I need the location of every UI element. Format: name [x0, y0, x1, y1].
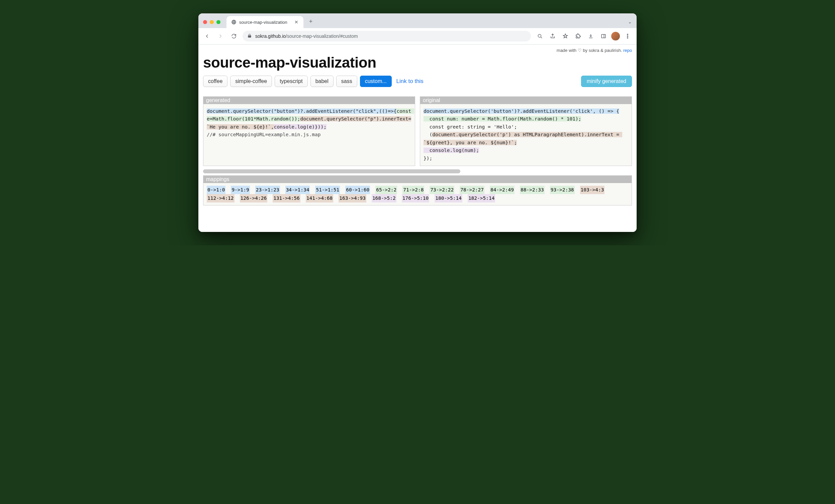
window-minimize-button[interactable] — [210, 20, 214, 24]
extensions-icon[interactable] — [573, 32, 583, 41]
mapping-entry[interactable]: 176->5:10 — [402, 194, 430, 202]
mapping-entry[interactable]: 65->2:2 — [375, 186, 397, 194]
mapping-entry[interactable]: 168->5:2 — [372, 194, 396, 202]
nav-btn-coffee[interactable]: coffee — [203, 76, 227, 87]
svg-point-0 — [538, 34, 541, 37]
nav-btn-simple-coffee[interactable]: simple-coffee — [230, 76, 272, 87]
reload-button[interactable] — [229, 32, 239, 41]
code-segment[interactable]: document. — [432, 132, 459, 137]
tab-close-icon[interactable]: ✕ — [294, 20, 299, 24]
browser-tab[interactable]: source-map-visualization ✕ — [226, 16, 303, 28]
mapping-entry[interactable]: 141->4:68 — [306, 194, 333, 202]
code-segment[interactable]: `He you are no. ${ — [207, 124, 259, 129]
code-segment[interactable]: const greet: string = 'Hello'; — [424, 124, 517, 129]
mapping-entry[interactable]: 88->2:33 — [520, 186, 545, 194]
mapping-entry[interactable]: 93->2:38 — [550, 186, 575, 194]
download-icon[interactable] — [586, 32, 596, 41]
code-segment[interactable]: `${greet}, you are no. ${ — [424, 140, 496, 145]
profile-avatar[interactable] — [611, 32, 620, 40]
nav-btn-custom-[interactable]: custom... — [360, 76, 392, 87]
mapping-entry[interactable]: 78->2:27 — [460, 186, 484, 194]
window-close-button[interactable] — [203, 20, 207, 24]
mapping-entry[interactable]: 51->1:51 — [315, 186, 340, 194]
code-segment[interactable]: floor( — [227, 116, 245, 121]
code-segment[interactable]: addEventListener('click', — [523, 108, 599, 114]
code-segment[interactable]: }); — [424, 156, 432, 161]
code-segment[interactable]: random() * — [535, 116, 567, 121]
code-segment[interactable]: () => { — [599, 108, 619, 114]
search-icon[interactable] — [535, 32, 545, 41]
back-button[interactable] — [202, 32, 212, 41]
code-segment[interactable]: innerText= — [382, 116, 411, 121]
code-segment[interactable]: Math. — [520, 116, 535, 121]
code-segment[interactable]: document. — [424, 108, 450, 114]
mapping-entry[interactable]: 34->1:34 — [285, 186, 310, 194]
code-segment[interactable]: console. — [424, 147, 453, 153]
window-maximize-button[interactable] — [217, 20, 221, 24]
star-icon[interactable] — [561, 32, 570, 41]
code-segment[interactable]: Math. — [256, 116, 271, 121]
share-icon[interactable] — [548, 32, 558, 41]
nav-btn-babel[interactable]: babel — [310, 76, 333, 87]
code-segment[interactable]: random()); — [271, 116, 300, 121]
code-segment[interactable]: innerText = — [587, 132, 622, 137]
mapping-entry[interactable]: 60->1:60 — [345, 186, 370, 194]
mapping-entry[interactable]: 182->5:14 — [468, 194, 495, 202]
mapping-entry[interactable]: 23->1:23 — [255, 186, 280, 194]
code-segment[interactable]: log( — [298, 124, 309, 129]
code-segment[interactable]: 101* — [245, 116, 257, 121]
mapping-entry[interactable]: 0->1:0 — [207, 186, 225, 194]
code-segment[interactable]: Math. — [488, 116, 503, 121]
nav-btn-typescript[interactable]: typescript — [274, 76, 307, 87]
mapping-entry[interactable]: 71->2:8 — [403, 186, 424, 194]
minify-button[interactable]: minify generated — [581, 76, 632, 87]
code-segment[interactable]: querySelector('p') as HTMLParagraphEleme… — [459, 132, 587, 137]
code-segment[interactable]: Math. — [212, 116, 227, 121]
code-segment[interactable]: console. — [274, 124, 298, 129]
nav-buttons: coffeesimple-coffeetypescriptbabelsasscu… — [203, 76, 632, 87]
code-segment[interactable]: 101); — [567, 116, 582, 121]
code-segment[interactable]: ( — [424, 132, 432, 137]
code-segment[interactable]: = — [482, 116, 488, 121]
mapping-entry[interactable]: 73->2:22 — [430, 186, 454, 194]
code-segment[interactable]: querySelector("button")?. — [233, 108, 306, 114]
code-segment[interactable]: e)})); — [309, 124, 326, 129]
mapping-entry[interactable]: 180->5:14 — [434, 194, 462, 202]
generated-code[interactable]: document.querySelector("button")?.addEve… — [203, 104, 415, 142]
code-segment[interactable]: e}!`, — [259, 124, 274, 129]
code-segment[interactable]: (()=>{ — [379, 108, 396, 114]
url-domain: sokra.github.io — [255, 34, 286, 39]
new-tab-button[interactable]: + — [306, 17, 315, 26]
menu-icon[interactable] — [623, 32, 633, 41]
code-segment[interactable]: document. — [207, 108, 233, 114]
code-segment[interactable]: num}!`; — [496, 140, 517, 145]
chevron-down-icon[interactable]: ⌄ — [628, 19, 632, 24]
panel-icon[interactable] — [598, 32, 609, 41]
code-segment[interactable]: log( — [453, 147, 464, 153]
code-segment[interactable]: addEventListener("click", — [306, 108, 379, 114]
nav-btn-sass[interactable]: sass — [336, 76, 357, 87]
code-segment[interactable]: const — [424, 116, 447, 121]
mapping-entry[interactable]: 126->4:26 — [240, 194, 268, 202]
repo-link[interactable]: repo — [623, 48, 632, 53]
mapping-entry[interactable]: 112->4:12 — [207, 194, 235, 202]
generated-panel: generated document.querySelector("button… — [203, 96, 415, 166]
code-segment[interactable]: num: number — [447, 116, 482, 121]
browser-titlebar: source-map-visualization ✕ + ⌄ — [198, 13, 637, 28]
code-segment[interactable]: num); — [464, 147, 479, 153]
link-to-this[interactable]: Link to this — [396, 78, 424, 85]
mapping-list[interactable]: 0->1:09->1:923->1:2334->1:3451->1:5160->… — [203, 183, 632, 205]
address-bar[interactable]: sokra.github.io/source-map-visualization… — [243, 31, 531, 41]
original-code[interactable]: document.querySelector('button')?.addEve… — [420, 104, 632, 166]
code-segment[interactable]: floor( — [503, 116, 520, 121]
mapping-entry[interactable]: 103->4:3 — [580, 186, 605, 194]
code-segment[interactable]: querySelector('button')?. — [450, 108, 523, 114]
code-segment[interactable]: querySelector("p"). — [326, 116, 382, 121]
mapping-entry[interactable]: 131->4:56 — [273, 194, 300, 202]
horizontal-scrollbar[interactable] — [203, 169, 460, 173]
forward-button[interactable] — [216, 32, 225, 41]
mapping-entry[interactable]: 163->4:93 — [339, 194, 366, 202]
mapping-entry[interactable]: 9->1:9 — [231, 186, 249, 194]
code-segment[interactable]: document. — [300, 116, 326, 121]
mapping-entry[interactable]: 84->2:49 — [490, 186, 514, 194]
